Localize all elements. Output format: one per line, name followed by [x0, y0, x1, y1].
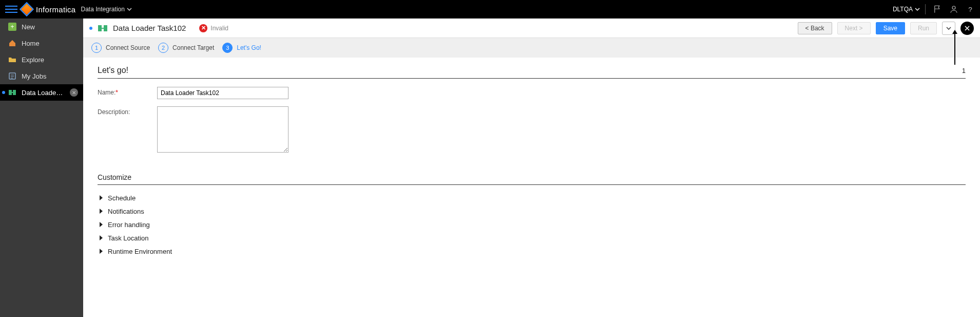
chevron-down-icon	[127, 7, 132, 12]
plus-icon: +	[8, 23, 16, 31]
status-label: Invalid	[210, 25, 228, 32]
header-utility-icons: ?	[925, 4, 975, 14]
org-label: DLTQA	[893, 6, 913, 13]
run-button[interactable]: Run	[910, 22, 937, 34]
svg-rect-6	[104, 25, 107, 31]
chevron-down-icon	[915, 7, 920, 12]
svg-rect-4	[13, 90, 16, 95]
global-header: Informatica Data Integration DLTQA ?	[0, 0, 980, 18]
issue-count: 1	[962, 67, 966, 74]
sidebar-item-label: New	[22, 23, 78, 31]
sidebar-item-myjobs[interactable]: My Jobs	[0, 68, 83, 84]
left-sidebar: + New Home Explore My Jobs Data	[0, 18, 83, 317]
hamburger-menu-icon[interactable]	[5, 3, 17, 15]
org-switcher[interactable]: DLTQA	[893, 6, 920, 13]
chevron-down-icon	[945, 25, 952, 32]
caret-right-icon	[100, 235, 103, 240]
customize-header: Customize	[98, 173, 966, 185]
brand-logo	[22, 4, 32, 14]
expander-notifications[interactable]: Notifications	[98, 204, 966, 218]
caret-right-icon	[100, 249, 103, 254]
jobs-icon	[8, 72, 16, 80]
caret-right-icon	[100, 209, 103, 214]
expander-label: Notifications	[108, 208, 144, 215]
expander-label: Schedule	[108, 194, 136, 202]
description-row: Description:	[98, 106, 966, 153]
wizard-step-target[interactable]: 2 Connect Target	[158, 43, 214, 53]
content-area: Let's go! 1 Name:* Description: Customiz…	[83, 58, 980, 317]
sidebar-item-label: My Jobs	[22, 72, 78, 80]
sidebar-item-label: Data Loader Task1...	[22, 89, 65, 97]
wizard-step-source[interactable]: 1 Connect Source	[91, 43, 150, 53]
caret-right-icon	[100, 195, 103, 200]
expander-schedule[interactable]: Schedule	[98, 191, 966, 204]
expander-error-handling[interactable]: Error handling	[98, 218, 966, 231]
help-icon[interactable]: ?	[966, 5, 975, 14]
user-icon[interactable]	[949, 5, 958, 14]
annotation-arrow	[954, 33, 955, 65]
description-label: Description:	[98, 106, 147, 116]
step-number: 2	[158, 43, 168, 53]
svg-point-0	[952, 6, 955, 9]
folder-icon	[8, 55, 16, 64]
svg-rect-3	[9, 90, 12, 95]
wizard-steps: 1 Connect Source 2 Connect Target 3 Let'…	[83, 38, 980, 58]
page-title: Data Loader Task102	[113, 24, 186, 32]
home-icon	[8, 39, 16, 47]
sidebar-item-label: Home	[22, 40, 78, 47]
step-label: Connect Target	[172, 44, 214, 51]
dirty-indicator-icon	[89, 27, 92, 30]
main-panel: Data Loader Task102 ✕ Invalid < Back Nex…	[83, 18, 980, 317]
description-input[interactable]	[157, 106, 289, 153]
expander-label: Error handling	[108, 221, 150, 229]
brand-name: Informatica	[36, 5, 76, 14]
flag-icon[interactable]	[933, 5, 942, 14]
expander-label: Task Location	[108, 234, 149, 242]
svg-text:?: ?	[968, 6, 972, 13]
dirty-indicator-icon	[2, 91, 5, 94]
status-badge: ✕ Invalid	[199, 24, 228, 32]
close-button[interactable]	[960, 22, 974, 35]
page-header: Data Loader Task102 ✕ Invalid < Back Nex…	[83, 18, 980, 38]
divider	[925, 4, 926, 14]
section-title-text: Let's go!	[98, 66, 128, 75]
error-icon: ✕	[199, 24, 207, 32]
back-button[interactable]: < Back	[798, 22, 832, 34]
name-label: Name:*	[98, 87, 147, 96]
step-number: 3	[222, 43, 233, 53]
sidebar-item-home[interactable]: Home	[0, 35, 83, 51]
step-label: Let's Go!	[237, 44, 261, 51]
sidebar-item-label: Explore	[22, 56, 78, 64]
close-tab-button[interactable]: ✕	[70, 88, 78, 97]
data-loader-icon	[98, 23, 108, 33]
save-button[interactable]: Save	[876, 22, 905, 34]
sidebar-item-new[interactable]: + New	[0, 18, 83, 35]
step-number: 1	[91, 43, 102, 53]
wizard-step-letsgo[interactable]: 3 Let's Go!	[222, 43, 261, 53]
expander-label: Runtime Environment	[108, 248, 172, 255]
step-label: Connect Source	[106, 44, 150, 51]
app-switcher[interactable]: Data Integration	[81, 6, 132, 13]
name-input[interactable]	[157, 87, 289, 99]
section-header: Let's go! 1	[98, 66, 966, 79]
expander-runtime-env[interactable]: Runtime Environment	[98, 245, 966, 258]
close-icon	[964, 25, 970, 31]
expander-task-location[interactable]: Task Location	[98, 231, 966, 245]
data-loader-icon	[8, 88, 16, 97]
name-row: Name:*	[98, 87, 966, 99]
sidebar-item-task-open[interactable]: Data Loader Task1... ✕	[0, 84, 83, 101]
app-name-label: Data Integration	[81, 6, 125, 13]
next-button[interactable]: Next >	[837, 22, 871, 34]
caret-right-icon	[100, 222, 103, 227]
sidebar-item-explore[interactable]: Explore	[0, 51, 83, 68]
svg-rect-5	[98, 25, 102, 31]
